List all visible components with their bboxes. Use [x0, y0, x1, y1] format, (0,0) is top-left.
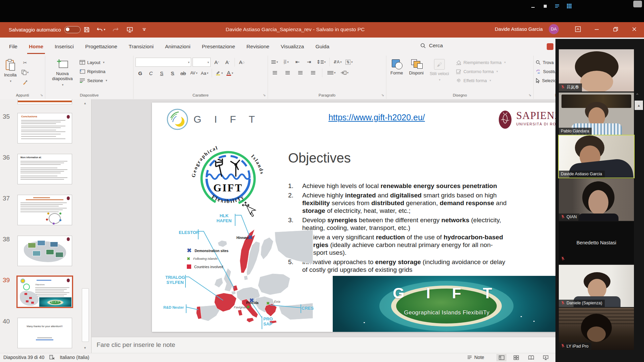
- layout-button[interactable]: Layout▾: [79, 58, 107, 66]
- numbering-button[interactable]: 1≡2≡3≡▾: [281, 58, 291, 66]
- spellcheck-icon[interactable]: [49, 355, 55, 360]
- strikethrough-button[interactable]: ab: [178, 69, 188, 77]
- tab-progettazione[interactable]: Progettazione: [79, 38, 123, 56]
- sidebar-scroll-up-button[interactable]: ▲: [635, 101, 643, 110]
- italic-button[interactable]: C: [146, 69, 156, 77]
- quick-styles-button[interactable]: 🖌 Stili veloci▾: [428, 58, 451, 91]
- europe-map[interactable]: ELESTORHLK HAFENTRIALOG SYLFENR&D Nester…: [165, 210, 315, 332]
- gallery-view-icon[interactable]: [566, 3, 573, 9]
- thumbnail-slide-36[interactable]: More information at:: [17, 154, 72, 184]
- align-center-button[interactable]: [283, 69, 292, 77]
- maximize-icon[interactable]: [541, 3, 549, 9]
- thumbnail-slide-35[interactable]: Conclusions: [17, 113, 72, 143]
- tab-inserisci[interactable]: Inserisci: [49, 38, 79, 56]
- participant-tile-3[interactable]: Davide Astiaso Garcia: [559, 135, 634, 178]
- increase-indent-button[interactable]: ⇥: [304, 58, 314, 66]
- participant-tile-4[interactable]: QIAN: [559, 179, 634, 221]
- clear-formatting-button[interactable]: A◇: [237, 58, 247, 66]
- participant-tile-5[interactable]: Benedetto Nastasi: [559, 222, 634, 264]
- shape-effects-button[interactable]: Effetti forma▾: [456, 76, 506, 84]
- bold-button[interactable]: G: [136, 69, 145, 77]
- shape-outline-button[interactable]: Contorno forma▾: [456, 67, 506, 75]
- slide-39[interactable]: G I F T https://www.gift-h2020.eu/ SAPIE…: [152, 103, 560, 332]
- thumbnail-slide-37[interactable]: [17, 195, 72, 225]
- align-right-button[interactable]: [296, 69, 305, 77]
- window-minimize-button[interactable]: [592, 24, 602, 34]
- scrollbar-thumb[interactable]: [82, 288, 89, 342]
- slideshow-view-button[interactable]: [541, 354, 551, 361]
- underline-button[interactable]: S: [157, 69, 166, 77]
- minimize-icon[interactable]: [529, 3, 537, 9]
- autosave-toggle[interactable]: [64, 26, 80, 33]
- font-color-button[interactable]: A▾: [225, 69, 234, 77]
- participant-tile-7[interactable]: LY iPad Pro: [559, 308, 634, 350]
- participant-tile-2[interactable]: Pablo Gándara: [559, 93, 634, 135]
- justify-button[interactable]: [308, 69, 318, 77]
- reading-view-button[interactable]: [526, 354, 536, 361]
- window-restore-button[interactable]: [610, 24, 621, 34]
- start-presentation-button[interactable]: [125, 25, 134, 34]
- highlight-color-button[interactable]: ▾: [214, 69, 224, 77]
- thumbnail-slide-34-partial[interactable]: [17, 99, 72, 104]
- shape-fill-button[interactable]: Riempimento forma▾: [456, 58, 506, 66]
- tab-revisione[interactable]: Revisione: [241, 38, 275, 56]
- slide-title[interactable]: Objectives: [288, 150, 351, 166]
- participant-tile-6[interactable]: Daniele (Sapienza): [559, 265, 634, 307]
- grow-font-button[interactable]: A^: [212, 58, 221, 66]
- reset-slide-button[interactable]: Ripristina: [79, 67, 107, 75]
- thumbnail-slide-40[interactable]: Many thanks for your attention!!!: [17, 318, 72, 348]
- paste-button[interactable]: Incolla▾: [2, 58, 19, 91]
- window-close-button[interactable]: [629, 24, 639, 34]
- text-direction-button[interactable]: ⇵A▾: [333, 58, 342, 66]
- project-link[interactable]: https://www.gift-h2020.eu/: [263, 113, 491, 122]
- shrink-font-button[interactable]: Aˇ: [223, 58, 232, 66]
- character-spacing-button[interactable]: AV▾: [189, 69, 199, 77]
- thumbnail-slide-38[interactable]: [17, 236, 72, 266]
- notes-toggle-button[interactable]: Note: [467, 355, 484, 360]
- notes-pane[interactable]: Fare clic per inserire le note: [92, 337, 555, 353]
- save-button[interactable]: [82, 25, 91, 34]
- columns-button[interactable]: ▾: [327, 69, 336, 77]
- format-painter-button[interactable]: [21, 78, 30, 86]
- carattere-dialog-launcher[interactable]: ⇘: [262, 93, 266, 97]
- sidebar-scroll-chevron[interactable]: ⌃: [635, 93, 639, 98]
- undo-button[interactable]: ▾: [97, 25, 105, 34]
- tab-visualizza[interactable]: Visualizza: [275, 38, 310, 56]
- slide-sorter-view-button[interactable]: [511, 354, 521, 361]
- account-name[interactable]: Davide Astiaso Garcia: [495, 26, 543, 32]
- smartart-button[interactable]: ▾: [340, 69, 350, 77]
- objectives-list[interactable]: 1.Achieve high levels of local renewable…: [288, 182, 509, 274]
- redo-button[interactable]: [111, 25, 120, 34]
- decrease-indent-button[interactable]: ⇤: [293, 58, 302, 66]
- change-case-button[interactable]: Aa▾: [200, 69, 209, 77]
- copy-button[interactable]: ▾: [21, 68, 30, 76]
- normal-view-button[interactable]: [496, 354, 506, 361]
- new-slide-button[interactable]: Nuova diapositiva▾: [47, 58, 77, 91]
- paragrafo-dialog-launcher[interactable]: ⇘: [381, 93, 385, 97]
- scroll-up-button[interactable]: ▲: [82, 100, 88, 106]
- account-avatar[interactable]: DA: [549, 24, 559, 34]
- tab-home[interactable]: Home: [23, 38, 49, 56]
- scroll-down-button[interactable]: ▼: [82, 345, 88, 351]
- font-name-combo[interactable]: ▾: [136, 58, 191, 67]
- align-left-button[interactable]: [270, 69, 279, 77]
- tab-animazioni[interactable]: Animazioni: [159, 38, 196, 56]
- section-button[interactable]: Sezione▾: [79, 76, 107, 84]
- island-photo-banner[interactable]: G I F T Geographical Islands FlexibiliTy: [333, 276, 560, 332]
- font-size-combo[interactable]: ▾: [193, 58, 211, 67]
- gift-header-logo[interactable]: G I F T: [166, 108, 260, 131]
- tab-presentazione[interactable]: Presentazione: [196, 38, 241, 56]
- thumbnail-slide-39[interactable]: ObjectivesGIFT: [17, 277, 72, 307]
- ribbon-search[interactable]: Cerca: [420, 43, 443, 49]
- language-button[interactable]: Italiano (Italia): [60, 355, 89, 360]
- tab-transizioni[interactable]: Transizioni: [123, 38, 159, 56]
- tab-guida[interactable]: Guida: [310, 38, 335, 56]
- tab-file[interactable]: File: [3, 38, 23, 56]
- align-text-button[interactable]: ⇅▾: [344, 58, 354, 66]
- arrange-button[interactable]: Disponi: [407, 58, 426, 91]
- text-shadow-button[interactable]: S: [168, 69, 177, 77]
- speaker-view-icon[interactable]: [553, 3, 561, 9]
- cut-button[interactable]: ✂: [21, 59, 30, 67]
- bullets-button[interactable]: ▾: [270, 58, 279, 66]
- line-spacing-button[interactable]: ⇕▾: [316, 58, 326, 66]
